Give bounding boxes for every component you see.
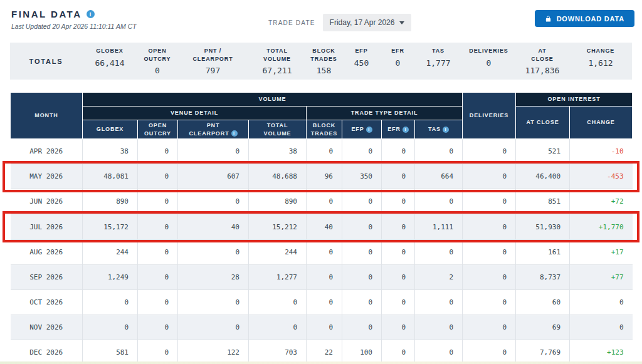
value-cell: 890 — [83, 189, 138, 214]
value-cell: 244 — [83, 239, 138, 264]
value-cell: 0 — [463, 214, 516, 239]
value-cell: 0 — [307, 264, 342, 289]
value-cell: 46,400 — [516, 164, 570, 189]
value-cell: 0 — [83, 289, 138, 315]
value-cell: 0 — [382, 289, 415, 315]
value-cell: 48,688 — [249, 164, 307, 189]
value-cell: 0 — [342, 189, 382, 214]
value-cell: 0 — [138, 164, 178, 189]
value-cell: 0 — [382, 264, 415, 289]
open-interest-group-header: OPEN INTEREST — [516, 93, 633, 107]
change-cell: -453 — [570, 164, 633, 189]
value-cell: 38 — [83, 139, 138, 164]
value-cell: 0 — [382, 189, 415, 214]
value-cell: 0 — [178, 315, 249, 340]
value-cell: 0 — [415, 139, 463, 164]
value-cell: 581 — [83, 340, 138, 364]
trade-date-value: Friday, 17 Apr 2026 — [330, 18, 395, 27]
change-cell: +77 — [570, 264, 633, 289]
info-icon[interactable]: i — [403, 127, 409, 133]
totals-column: EFP450 — [342, 47, 381, 75]
lock-icon — [545, 15, 552, 23]
month-cell: OCT 2026 — [11, 289, 83, 315]
month-cell: APR 2026 — [11, 139, 83, 164]
info-icon[interactable]: i — [366, 127, 372, 133]
value-cell: 0 — [138, 189, 178, 214]
value-cell: 0 — [382, 239, 415, 264]
info-icon[interactable]: i — [87, 10, 95, 18]
month-cell: DEC 2026 — [11, 340, 83, 364]
value-cell: 664 — [415, 164, 463, 189]
value-cell: 0 — [382, 315, 415, 340]
value-cell: 0 — [415, 289, 463, 315]
totals-column-label: GLOBEX — [82, 47, 137, 55]
value-cell: 0 — [415, 340, 463, 364]
value-cell: 96 — [307, 164, 342, 189]
value-cell: 40 — [307, 214, 342, 239]
change-cell: +123 — [570, 340, 633, 364]
value-cell: 0 — [415, 239, 463, 264]
month-column-header: MONTH — [11, 93, 83, 139]
totals-column: OPENOUTCRY0 — [137, 47, 177, 75]
value-cell: 0 — [463, 315, 516, 340]
info-icon[interactable]: i — [231, 130, 238, 137]
value-cell: 0 — [307, 189, 342, 214]
value-cell: 0 — [342, 289, 382, 315]
value-cell: 15,172 — [83, 214, 138, 239]
column-header-tas: TASi — [415, 120, 463, 139]
value-cell: 0 — [178, 289, 249, 315]
value-cell: 0 — [138, 315, 178, 340]
totals-column-value: 1,777 — [414, 58, 462, 68]
change-column-header: CHANGE — [570, 107, 633, 139]
table-row: DEC 20265810122703221000007,769+123 — [11, 340, 633, 364]
value-cell: 0 — [178, 189, 249, 214]
value-cell: 0 — [138, 139, 178, 164]
value-cell: 0 — [307, 289, 342, 315]
value-cell: 0 — [463, 289, 516, 315]
value-cell: 0 — [342, 239, 382, 264]
value-cell: 521 — [516, 139, 570, 164]
value-cell: 15,212 — [249, 214, 307, 239]
value-cell: 0 — [382, 164, 415, 189]
volume-group-header: VOLUME — [83, 93, 463, 107]
value-cell: 0 — [307, 315, 342, 340]
value-cell: 0 — [83, 315, 138, 340]
value-cell: 0 — [138, 214, 178, 239]
totals-columns: GLOBEX66,414OPENOUTCRY0PNT /CLEARPORT797… — [82, 47, 632, 75]
info-icon[interactable]: i — [443, 127, 449, 133]
value-cell: 1,277 — [249, 264, 307, 289]
table-row: JUN 20268900089000000851+72 — [11, 189, 633, 214]
value-cell: 48,081 — [83, 164, 138, 189]
value-cell: 0 — [178, 139, 249, 164]
totals-column: EFR0 — [381, 47, 414, 75]
download-data-button[interactable]: DOWNLOAD DATA — [535, 10, 634, 27]
column-header-pnt-clearport: PNTCLEARPORTi — [178, 120, 249, 139]
trade-date-label: TRADE DATE — [268, 19, 315, 26]
value-cell: 0 — [138, 340, 178, 364]
chevron-down-icon — [399, 21, 404, 24]
change-cell: +17 — [570, 239, 633, 264]
totals-column-value: 450 — [342, 58, 381, 68]
value-cell: 51,930 — [516, 214, 570, 239]
value-cell: 69 — [516, 315, 570, 340]
totals-column-value: 1,612 — [569, 58, 632, 68]
table-row: AUG 20262440024400000161+17 — [11, 239, 633, 264]
value-cell: 2 — [415, 264, 463, 289]
totals-column-value: 0 — [462, 58, 515, 68]
trade-date-dropdown[interactable]: Friday, 17 Apr 2026 — [323, 14, 412, 31]
totals-column-label: TOTALVOLUME — [248, 47, 306, 62]
value-cell: 0 — [342, 139, 382, 164]
column-header-efr: EFRi — [382, 120, 415, 139]
value-cell: 0 — [178, 239, 249, 264]
at-close-column-header: AT CLOSE — [516, 107, 570, 139]
value-cell: 7,769 — [516, 340, 570, 364]
venue-detail-header: VENUE DETAIL — [83, 107, 307, 120]
change-cell: +1,770 — [570, 214, 633, 239]
value-cell: 0 — [382, 340, 415, 364]
change-cell: +72 — [570, 189, 633, 214]
totals-column-value: 117,836 — [515, 66, 569, 75]
table-row: OCT 2026000000000600 — [11, 289, 633, 315]
month-cell: AUG 2026 — [11, 239, 83, 264]
totals-column-value: 797 — [177, 66, 248, 75]
totals-column: CHANGE1,612 — [569, 47, 632, 75]
